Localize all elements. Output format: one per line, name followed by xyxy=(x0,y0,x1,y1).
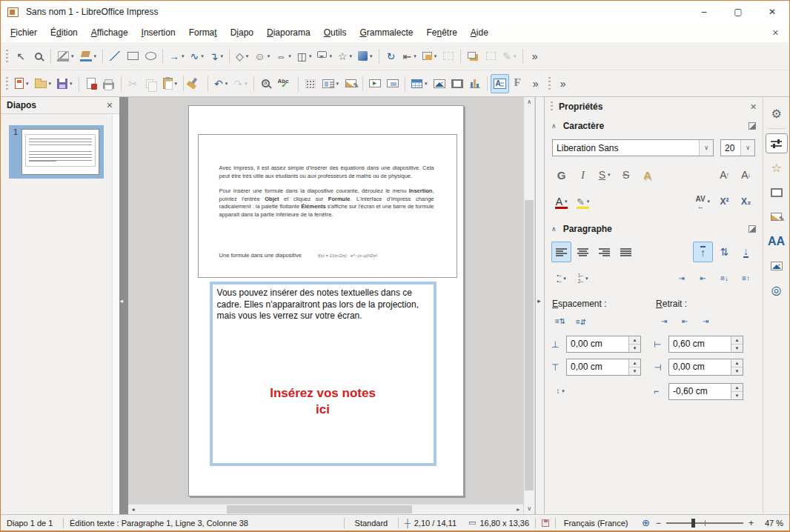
align-objects-button[interactable]: ⇤▾ xyxy=(400,47,419,66)
status-slide-info[interactable]: Diapo 1 de 1 xyxy=(1,519,63,528)
font-name-combo[interactable]: Liberation Sans ∨ xyxy=(552,139,714,156)
collapse-left-arrow-icon[interactable]: ◂ xyxy=(120,297,124,305)
line-color-dropdown-icon[interactable]: ▾ xyxy=(71,53,74,59)
block-arrows-dropdown-icon[interactable]: ▾ xyxy=(288,53,291,59)
toolbar-grip[interactable] xyxy=(6,77,8,90)
numbering-button[interactable]: 1– 2–▾ xyxy=(573,268,593,289)
status-template[interactable]: Standard xyxy=(345,519,398,528)
bold-button[interactable]: G xyxy=(551,164,571,185)
standard-overflow-button[interactable]: » xyxy=(527,74,545,93)
insert-chart-button[interactable] xyxy=(466,74,484,93)
filter-dropdown-icon[interactable]: ▾ xyxy=(514,53,517,59)
maximize-button[interactable]: ▢ xyxy=(721,1,755,23)
underline-dropdown-icon[interactable]: ▾ xyxy=(608,172,611,178)
spin-down-icon[interactable]: ▼ xyxy=(629,345,640,352)
horizontal-scroll-thumb[interactable] xyxy=(227,505,412,513)
notes-placeholder[interactable]: Insérez vos notes ici xyxy=(213,385,434,418)
character-spacing-dropdown-icon[interactable]: ▾ xyxy=(708,199,711,205)
paragraph-dialog-launcher-icon[interactable] xyxy=(748,225,756,233)
fontwork-button[interactable] xyxy=(509,74,527,93)
decrease-indent-button[interactable]: ⇤ xyxy=(676,312,694,331)
menu-format[interactable]: Format xyxy=(182,24,224,41)
insert-media-button[interactable] xyxy=(448,74,466,93)
status-object-size[interactable]: ▭ 16,80 x 13,36 xyxy=(462,518,535,528)
increase-spacing-button[interactable]: ≡⇅ xyxy=(551,312,569,331)
font-name-value[interactable]: Liberation Sans xyxy=(553,143,699,153)
italic-button[interactable]: I xyxy=(573,164,593,185)
paste-dropdown-icon[interactable]: ▾ xyxy=(175,81,178,87)
menu-grammalecte[interactable]: Grammalecte xyxy=(353,24,419,41)
clone-formatting-button[interactable] xyxy=(187,74,205,93)
decrease-spacing-button[interactable]: ≡⇅ xyxy=(572,312,590,331)
font-name-dropdown-icon[interactable]: ∨ xyxy=(699,140,713,156)
character-spacing-button[interactable]: AV▾ xyxy=(692,191,713,212)
bullets-button[interactable]: •– •–▾ xyxy=(551,268,571,289)
gallery-tab-button[interactable] xyxy=(766,256,788,276)
status-cursor-position[interactable]: ┼ 2,10 / 14,11 xyxy=(399,519,462,528)
font-size-value[interactable]: 20 xyxy=(721,143,740,153)
slides-panel-close-icon[interactable]: ✕ xyxy=(106,101,113,110)
symbol-shapes-button[interactable]: ☺▾ xyxy=(251,47,273,66)
toolbar-grip[interactable] xyxy=(6,50,8,63)
menu-diaporama[interactable]: Diaporama xyxy=(260,24,317,41)
symbol-shapes-dropdown-icon[interactable]: ▾ xyxy=(268,53,270,59)
font-size-dropdown-icon[interactable]: ∨ xyxy=(740,140,754,156)
flowchart-button[interactable]: ◫▾ xyxy=(294,47,315,66)
save-dropdown-icon[interactable]: ▾ xyxy=(70,81,73,87)
slide-thumbnail[interactable]: 1 xyxy=(9,125,104,179)
extra-overflow-button[interactable]: » xyxy=(554,74,572,93)
character-shadow-button[interactable]: A xyxy=(637,164,657,185)
space-above-field[interactable]: 0,00 cm ▲▼ xyxy=(566,336,641,353)
sidebar-splitter[interactable]: ▸ xyxy=(535,97,544,514)
align-justify-button[interactable] xyxy=(616,242,636,262)
zoom-out-button[interactable]: − xyxy=(656,518,661,528)
menu-diapo[interactable]: Diapo xyxy=(224,24,260,41)
indent-decrease-button[interactable]: ⇤ xyxy=(693,268,713,289)
indent-after-field[interactable]: 0,00 cm ▲▼ xyxy=(668,359,743,376)
highlight-color-button[interactable]: ✎▾ xyxy=(573,191,593,212)
notes-page[interactable]: Avec Impress, il est assez simple d'insé… xyxy=(188,105,464,496)
line-spacing-button[interactable]: ↕ ▾ xyxy=(551,382,569,401)
scroll-right-icon[interactable]: ▸ xyxy=(513,505,523,514)
spin-up-icon[interactable]: ▲ xyxy=(731,336,743,345)
valign-bottom-button[interactable]: ↓ xyxy=(736,242,756,262)
vertical-scroll-thumb[interactable] xyxy=(525,200,534,491)
block-arrows-button[interactable]: ⇔▾ xyxy=(273,47,294,66)
styles-tab-button[interactable]: AA xyxy=(766,231,788,251)
valign-center-button[interactable]: ⇅ xyxy=(714,242,734,262)
print-button[interactable] xyxy=(100,74,118,93)
start-from-current-slide-button[interactable] xyxy=(384,74,402,93)
close-button[interactable]: ✕ xyxy=(755,1,789,23)
menu-fenetre[interactable]: Fenêtre xyxy=(419,24,463,41)
spin-up-icon[interactable]: ▲ xyxy=(731,359,743,368)
fill-color-button[interactable]: ▾ xyxy=(77,47,100,66)
paragraph-spacing-increase-button[interactable]: ≡↓ xyxy=(714,268,734,289)
align-left-button[interactable] xyxy=(551,242,571,262)
find-replace-button[interactable] xyxy=(257,74,275,93)
sidebar-close-icon[interactable]: ✕ xyxy=(750,102,757,112)
spin-up-icon[interactable]: ▲ xyxy=(629,336,640,345)
menu-outils[interactable]: Outils xyxy=(317,24,353,41)
ellipse-button[interactable] xyxy=(142,47,159,66)
character-dialog-launcher-icon[interactable] xyxy=(748,122,756,130)
redo-dropdown-icon[interactable]: ▾ xyxy=(245,81,248,87)
connectors-dropdown-icon[interactable]: ▾ xyxy=(221,53,224,59)
shadow-button[interactable] xyxy=(464,47,482,66)
drawing-overflow-button[interactable]: » xyxy=(526,47,544,66)
zoom-slider-thumb[interactable] xyxy=(691,519,695,528)
spin-down-icon[interactable]: ▼ xyxy=(731,345,743,352)
first-line-indent-field[interactable]: -0,60 cm ▲▼ xyxy=(668,383,743,400)
insert-image-button[interactable] xyxy=(431,74,448,93)
callouts-button[interactable]: ▾ xyxy=(314,47,335,66)
font-size-combo[interactable]: 20 ∨ xyxy=(720,139,755,156)
valign-top-button[interactable]: ↑ xyxy=(693,242,713,262)
callouts-dropdown-icon[interactable]: ▾ xyxy=(329,53,332,59)
arrange-dropdown-icon[interactable]: ▾ xyxy=(434,53,437,59)
fill-color-dropdown-icon[interactable]: ▾ xyxy=(94,53,97,59)
stars-dropdown-icon[interactable]: ▾ xyxy=(350,53,353,59)
indent-increase-button[interactable]: ⇥ xyxy=(671,268,691,289)
status-zoom-level[interactable]: 47 % xyxy=(754,519,789,528)
properties-tab-button[interactable] xyxy=(766,133,788,153)
lines-arrows-button[interactable]: →▾ xyxy=(166,47,187,66)
spelling-button[interactable] xyxy=(275,74,295,93)
